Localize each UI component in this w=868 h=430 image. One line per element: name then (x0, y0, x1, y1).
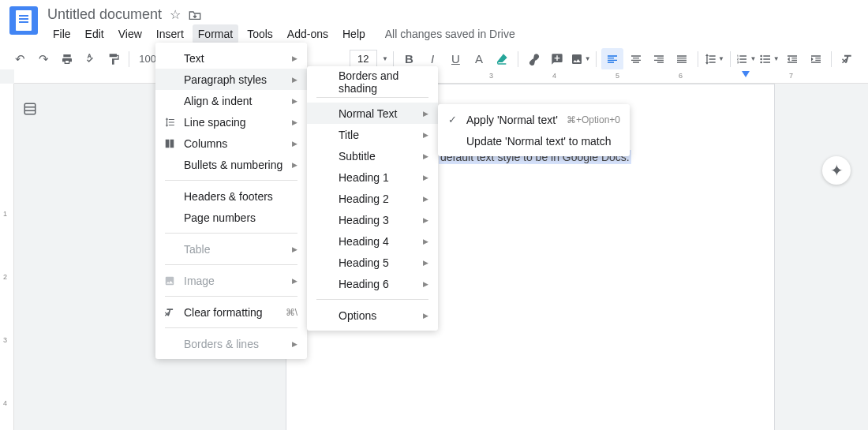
ruler-tick: 3 (489, 72, 493, 80)
menu-edit[interactable]: Edit (80, 24, 110, 43)
check-icon (162, 307, 178, 318)
menu-format[interactable]: Format (193, 24, 238, 43)
move-icon[interactable] (189, 9, 201, 21)
menu-item-clear-formatting[interactable]: Clear formatting⌘\ (155, 301, 307, 323)
paint-format-button[interactable] (103, 48, 124, 70)
ruler-tick: 4 (552, 72, 556, 80)
font-size-dropdown-arrow[interactable]: ▼ (382, 55, 388, 62)
menu-item-label: Heading 6 (335, 278, 417, 290)
highlight-button[interactable] (492, 48, 513, 70)
menu-item-label: Line spacing (184, 116, 286, 129)
align-center-button[interactable] (625, 48, 646, 70)
insert-link-button[interactable] (523, 48, 544, 70)
increase-indent-button[interactable] (805, 48, 826, 70)
menu-item-label: Headers & footers (184, 190, 297, 203)
menu-item-title[interactable]: Title▶ (307, 124, 438, 145)
menu-item-label: Image (184, 275, 286, 287)
menu-item-label: Heading 1 (335, 171, 417, 184)
menu-item-label: Update 'Normal text' to match (466, 135, 620, 148)
ruler-tick: 3 (3, 336, 7, 344)
menu-item-image: Image▶ (155, 270, 307, 291)
submenu-arrow-icon: ▶ (423, 174, 428, 181)
menu-item-columns[interactable]: Columns▶ (155, 133, 307, 154)
menu-item-label: Options (335, 309, 417, 322)
menu-item-label: Heading 2 (335, 193, 417, 205)
menu-view[interactable]: View (113, 24, 148, 43)
vertical-ruler[interactable]: 12345 (0, 84, 14, 430)
horizontal-ruler[interactable]: 1234567 (14, 69, 868, 84)
menu-help[interactable]: Help (337, 24, 371, 43)
menu-item-paragraph-styles[interactable]: Paragraph styles▶ (155, 69, 307, 90)
menu-add-ons[interactable]: Add-ons (282, 24, 334, 43)
menu-item-label: Title (335, 129, 417, 141)
menu-item-apply-normal-text-[interactable]: ✓Apply 'Normal text'⌘+Option+0 (438, 109, 630, 130)
menu-item-heading-3[interactable]: Heading 3▶ (307, 209, 438, 230)
text-color-button[interactable]: A (468, 48, 489, 70)
submenu-arrow-icon: ▶ (292, 340, 297, 348)
paragraph-styles-menu: Borders and shadingNormal Text▶Title▶Sub… (307, 66, 438, 331)
submenu-arrow-icon: ▶ (292, 245, 297, 253)
line-spacing-button[interactable]: ▼ (703, 48, 724, 70)
svg-rect-0 (24, 103, 36, 114)
menu-item-table: Table▶ (155, 238, 307, 260)
menu-item-label: Normal Text (335, 107, 417, 120)
spellcheck-button[interactable] (79, 48, 100, 70)
menu-item-align-indent[interactable]: Align & indent▶ (155, 90, 307, 111)
menu-item-headers-footers[interactable]: Headers & footers (155, 185, 307, 207)
ruler-tick: 5 (615, 72, 619, 80)
bulleted-list-button[interactable]: ▼ (758, 48, 780, 70)
menu-insert[interactable]: Insert (151, 24, 189, 43)
submenu-arrow-icon: ▶ (292, 76, 297, 84)
submenu-arrow-icon: ▶ (292, 54, 297, 62)
ruler-indent-marker[interactable] (742, 71, 750, 77)
undo-button[interactable]: ↶ (9, 48, 31, 70)
decrease-indent-button[interactable] (782, 48, 803, 70)
menu-item-page-numbers[interactable]: Page numbers (155, 207, 307, 228)
menu-item-label: Heading 5 (335, 256, 417, 269)
font-size-input[interactable]: 12 (350, 50, 377, 69)
submenu-arrow-icon: ▶ (292, 118, 297, 126)
menu-item-heading-1[interactable]: Heading 1▶ (307, 166, 438, 188)
explore-button[interactable]: ✦ (822, 156, 851, 185)
menu-item-subtitle[interactable]: Subtitle▶ (307, 145, 438, 166)
menu-item-label: Heading 3 (335, 214, 417, 226)
menu-item-borders-and-shading[interactable]: Borders and shading (307, 71, 438, 92)
document-title[interactable]: Untitled document (47, 6, 162, 23)
menu-tools[interactable]: Tools (241, 24, 279, 43)
insert-image-button[interactable]: ▼ (570, 48, 591, 70)
star-icon[interactable]: ☆ (170, 7, 181, 22)
menu-item-label: Table (184, 243, 286, 256)
submenu-arrow-icon: ▶ (292, 140, 297, 148)
menu-item-line-spacing[interactable]: Line spacing▶ (155, 111, 307, 133)
menu-file[interactable]: File (47, 24, 77, 43)
align-left-button[interactable] (601, 48, 623, 70)
save-status: All changes saved in Drive (385, 28, 515, 40)
menu-item-heading-6[interactable]: Heading 6▶ (307, 273, 438, 294)
menu-item-options[interactable]: Options▶ (307, 305, 438, 326)
align-right-button[interactable] (648, 48, 669, 70)
menu-item-label: Bullets & numbering (184, 159, 286, 171)
redo-button[interactable]: ↷ (32, 48, 54, 70)
numbered-list-button[interactable]: ▼ (735, 48, 757, 70)
menu-item-bullets-numbering[interactable]: Bullets & numbering▶ (155, 154, 307, 175)
ruler-tick: 1 (3, 210, 7, 218)
ruler-tick: 7 (789, 72, 793, 80)
menu-item-heading-2[interactable]: Heading 2▶ (307, 188, 438, 209)
menu-item-heading-4[interactable]: Heading 4▶ (307, 230, 438, 252)
add-comment-button[interactable] (547, 48, 568, 70)
outline-toggle-button[interactable] (19, 98, 41, 120)
align-justify-button[interactable] (672, 48, 693, 70)
check-icon (162, 117, 178, 128)
menu-item-update-normal-text-to-match[interactable]: Update 'Normal text' to match (438, 130, 630, 151)
submenu-arrow-icon: ▶ (292, 97, 297, 105)
clear-formatting-button[interactable] (836, 48, 858, 70)
underline-button[interactable]: U (445, 48, 466, 70)
shortcut-label: ⌘\ (286, 307, 297, 318)
print-button[interactable] (56, 48, 77, 70)
menu-item-borders-lines: Borders & lines▶ (155, 333, 307, 354)
menu-item-normal-text[interactable]: Normal Text▶ (307, 103, 438, 124)
menu-item-text[interactable]: Text▶ (155, 47, 307, 69)
menubar: FileEditViewInsertFormatToolsAdd-onsHelp… (47, 24, 859, 43)
docs-logo-icon[interactable] (9, 6, 38, 35)
menu-item-heading-5[interactable]: Heading 5▶ (307, 252, 438, 273)
